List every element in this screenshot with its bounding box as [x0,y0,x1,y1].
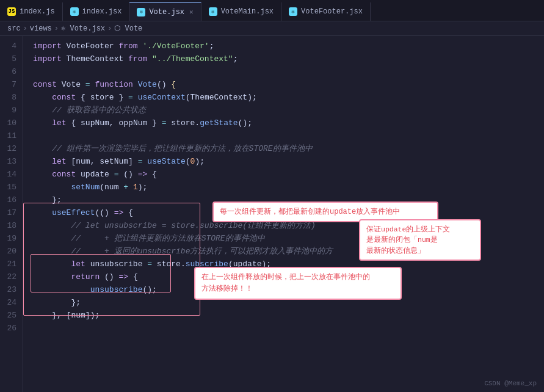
code-area: import VoteFooter from './VoteFooter'; i… [23,36,544,392]
tab-index-js[interactable]: JS index.js [0,2,63,21]
editor: 4 5 6 7 8 9 10 11 12 13 14 15 16 17 18 1… [0,36,544,392]
code-line-15: setNum(num + 1); [33,181,544,194]
line-num: 10 [0,117,16,129]
breadcrumb: src › views › ⚛ Vote.jsx › ⬡ Vote [0,21,544,36]
code-line-5: import ThemeContext from "../ThemeContex… [33,53,544,65]
breadcrumb-file: ⚛ Vote.jsx [61,24,105,33]
code-line-14: const update = () => { [33,168,544,181]
line-num: 7 [0,78,16,91]
line-num: 17 [0,206,16,219]
tab-bar: JS index.js ⚛ index.jsx ⚛ Vote.jsx ✕ ⚛ V… [0,0,544,21]
line-num: 26 [0,322,16,335]
tab-label: VoteFooter.jsx [301,7,363,16]
line-numbers: 4 5 6 7 8 9 10 11 12 13 14 15 16 17 18 1… [0,36,23,392]
line-num: 20 [0,245,16,258]
line-num: 24 [0,296,16,309]
tab-index-jsx[interactable]: ⚛ index.jsx [63,2,130,21]
jsx-icon: ⚛ [289,7,297,16]
line-num: 25 [0,309,16,322]
code-line-8: const { store } = useContext(ThemeContex… [33,91,544,104]
line-num: 14 [0,168,16,181]
annotation-text-top: 每一次组件更新，都把最新创建的update放入事件池中 [220,208,400,216]
tab-vote-jsx[interactable]: ⚛ Vote.jsx ✕ [129,2,201,21]
tab-votefooter-jsx[interactable]: ⚛ VoteFooter.jsx [281,2,371,21]
code-line-9: // 获取容器中的公共状态 [33,104,544,117]
line-num: 15 [0,181,16,194]
line-num: 18 [0,219,16,232]
csdn-watermark: CSDN @Meme_xp [484,380,537,387]
annotation-text-middle: 保证update的上级上下文是最新的闭包「num是最新的状态信息」 [366,225,450,255]
code-line-10: let { supNum, oppNum } = store.getState(… [33,117,544,129]
tab-label: index.js [20,7,55,16]
line-num: 13 [0,155,16,168]
code-line-12: // 组件第一次渲染完毕后，把让组件更新的方法，放在STORE的事件池中 [33,142,544,155]
jsx-icon: ⚛ [137,8,145,16]
line-num: 16 [0,194,16,206]
annotation-middle-right: 保证update的上级上下文是最新的闭包「num是最新的状态信息」 [359,219,481,261]
line-num: 9 [0,104,16,117]
line-num: 6 [0,65,16,78]
tab-votemain-jsx[interactable]: ⚛ VoteMain.jsx [201,2,281,21]
code-line-13: let [num, setNum] = useState(0); [33,155,544,168]
annotation-text-bottom: 在上一次组件释放的时候，把上一次放在事件池中的方法移除掉！！ [201,273,370,293]
code-line-6 [33,65,544,78]
jsx-icon: ⚛ [70,7,79,16]
watermark-text: CSDN @Meme_xp [484,380,537,387]
line-num: 4 [0,40,16,53]
code-line-11 [33,129,544,142]
code-line-25: }, [num]); [33,309,544,322]
js-icon: JS [7,7,16,16]
line-num: 21 [0,258,16,270]
close-icon[interactable]: ✕ [189,8,194,16]
breadcrumb-src: src [7,24,21,33]
line-num: 11 [0,129,16,142]
breadcrumb-component: ⬡ Vote [114,24,142,33]
tab-label: index.jsx [82,7,122,16]
annotation-bottom-right: 在上一次组件释放的时候，把上一次放在事件池中的方法移除掉！！ [194,267,402,300]
line-num: 19 [0,232,16,245]
line-num: 5 [0,53,16,65]
jsx-icon: ⚛ [209,7,217,16]
line-num: 12 [0,142,16,155]
tab-label: VoteMain.jsx [221,7,274,16]
tab-label: Vote.jsx [149,8,184,16]
line-num: 23 [0,283,16,296]
line-num: 22 [0,270,16,283]
breadcrumb-views: views [30,24,52,33]
line-num: 8 [0,91,16,104]
code-line-4: import VoteFooter from './VoteFooter'; [33,40,544,53]
code-line-26 [33,322,544,335]
code-line-7: const Vote = function Vote() { [33,78,544,91]
